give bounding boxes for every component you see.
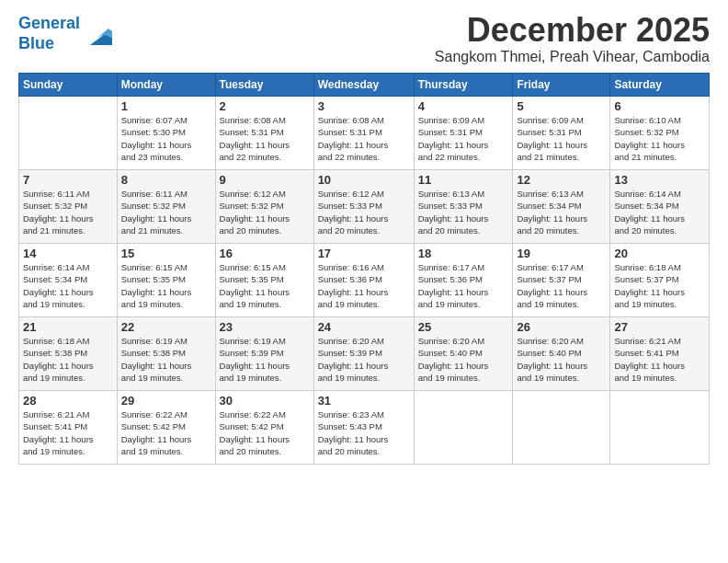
day-number: 6 — [614, 99, 705, 113]
calendar-cell: 4Sunrise: 6:09 AMSunset: 5:31 PMDaylight… — [414, 97, 513, 170]
day-number: 8 — [121, 173, 211, 187]
day-info: Sunrise: 6:19 AMSunset: 5:39 PMDaylight:… — [220, 335, 310, 384]
day-number: 9 — [220, 173, 310, 187]
header-wednesday: Wednesday — [313, 74, 414, 97]
calendar-week-row: 7Sunrise: 6:11 AMSunset: 5:32 PMDaylight… — [19, 170, 710, 244]
logo-icon — [83, 19, 112, 49]
calendar-cell — [610, 391, 710, 465]
calendar-cell: 31Sunrise: 6:23 AMSunset: 5:43 PMDayligh… — [313, 391, 414, 465]
calendar-cell: 3Sunrise: 6:08 AMSunset: 5:31 PMDaylight… — [313, 97, 414, 170]
day-info: Sunrise: 6:17 AMSunset: 5:36 PMDaylight:… — [418, 261, 509, 310]
calendar-cell: 10Sunrise: 6:12 AMSunset: 5:33 PMDayligh… — [313, 170, 414, 244]
calendar-cell: 7Sunrise: 6:11 AMSunset: 5:32 PMDaylight… — [19, 170, 118, 244]
day-number: 12 — [517, 173, 606, 187]
day-info: Sunrise: 6:22 AMSunset: 5:42 PMDaylight:… — [121, 408, 211, 457]
calendar-cell: 17Sunrise: 6:16 AMSunset: 5:36 PMDayligh… — [313, 244, 414, 317]
day-info: Sunrise: 6:09 AMSunset: 5:31 PMDaylight:… — [418, 114, 509, 163]
calendar-cell: 23Sunrise: 6:19 AMSunset: 5:39 PMDayligh… — [215, 317, 313, 391]
day-info: Sunrise: 6:08 AMSunset: 5:31 PMDaylight:… — [318, 114, 410, 163]
day-info: Sunrise: 6:10 AMSunset: 5:32 PMDaylight:… — [614, 114, 705, 163]
day-number: 1 — [121, 99, 211, 113]
calendar-cell: 9Sunrise: 6:12 AMSunset: 5:32 PMDaylight… — [215, 170, 313, 244]
calendar-week-row: 14Sunrise: 6:14 AMSunset: 5:34 PMDayligh… — [19, 244, 710, 317]
calendar-cell: 16Sunrise: 6:15 AMSunset: 5:35 PMDayligh… — [215, 244, 313, 317]
day-info: Sunrise: 6:11 AMSunset: 5:32 PMDaylight:… — [23, 188, 113, 236]
calendar-cell: 21Sunrise: 6:18 AMSunset: 5:38 PMDayligh… — [19, 317, 118, 391]
calendar-cell — [414, 391, 513, 465]
header-thursday: Thursday — [414, 74, 513, 97]
calendar-cell: 13Sunrise: 6:14 AMSunset: 5:34 PMDayligh… — [610, 170, 710, 244]
calendar-cell: 6Sunrise: 6:10 AMSunset: 5:32 PMDaylight… — [610, 97, 710, 170]
day-info: Sunrise: 6:19 AMSunset: 5:38 PMDaylight:… — [121, 335, 211, 384]
weekday-header-row: Sunday Monday Tuesday Wednesday Thursday… — [19, 74, 710, 97]
calendar-cell: 15Sunrise: 6:15 AMSunset: 5:35 PMDayligh… — [117, 244, 215, 317]
day-number: 16 — [220, 247, 310, 260]
header-friday: Friday — [513, 74, 610, 97]
calendar-cell: 18Sunrise: 6:17 AMSunset: 5:36 PMDayligh… — [414, 244, 513, 317]
day-number: 18 — [418, 247, 509, 260]
page: General Blue December 2025 Sangkom Thmei… — [0, 0, 728, 563]
calendar-cell: 5Sunrise: 6:09 AMSunset: 5:31 PMDaylight… — [513, 97, 610, 170]
day-info: Sunrise: 6:20 AMSunset: 5:40 PMDaylight:… — [418, 335, 509, 384]
calendar-cell: 25Sunrise: 6:20 AMSunset: 5:40 PMDayligh… — [414, 317, 513, 391]
title-block: December 2025 Sangkom Thmei, Preah Vihea… — [435, 14, 710, 65]
calendar-cell: 26Sunrise: 6:20 AMSunset: 5:40 PMDayligh… — [513, 317, 610, 391]
day-number: 2 — [220, 99, 310, 113]
day-number: 19 — [517, 247, 606, 260]
day-info: Sunrise: 6:17 AMSunset: 5:37 PMDaylight:… — [517, 261, 606, 310]
calendar-cell: 1Sunrise: 6:07 AMSunset: 5:30 PMDaylight… — [117, 97, 215, 170]
day-number: 29 — [121, 394, 211, 408]
location-title: Sangkom Thmei, Preah Vihear, Cambodia — [435, 49, 710, 65]
day-number: 22 — [121, 320, 211, 334]
day-info: Sunrise: 6:18 AMSunset: 5:37 PMDaylight:… — [614, 261, 705, 310]
calendar-cell: 22Sunrise: 6:19 AMSunset: 5:38 PMDayligh… — [117, 317, 215, 391]
day-info: Sunrise: 6:14 AMSunset: 5:34 PMDaylight:… — [23, 261, 113, 310]
header-tuesday: Tuesday — [215, 74, 313, 97]
header: General Blue December 2025 Sangkom Thmei… — [18, 14, 710, 65]
day-info: Sunrise: 6:14 AMSunset: 5:34 PMDaylight:… — [614, 188, 705, 236]
day-number: 27 — [614, 320, 705, 334]
calendar-cell: 29Sunrise: 6:22 AMSunset: 5:42 PMDayligh… — [117, 391, 215, 465]
day-number: 28 — [23, 394, 113, 408]
header-monday: Monday — [117, 74, 215, 97]
day-info: Sunrise: 6:13 AMSunset: 5:34 PMDaylight:… — [517, 188, 606, 236]
day-number: 31 — [318, 394, 410, 408]
day-info: Sunrise: 6:21 AMSunset: 5:41 PMDaylight:… — [23, 408, 113, 457]
calendar-cell: 12Sunrise: 6:13 AMSunset: 5:34 PMDayligh… — [513, 170, 610, 244]
day-number: 17 — [318, 247, 410, 260]
day-info: Sunrise: 6:12 AMSunset: 5:33 PMDaylight:… — [318, 188, 410, 236]
day-number: 3 — [318, 99, 410, 113]
day-info: Sunrise: 6:12 AMSunset: 5:32 PMDaylight:… — [220, 188, 310, 236]
day-number: 25 — [418, 320, 509, 334]
header-saturday: Saturday — [610, 74, 710, 97]
day-info: Sunrise: 6:09 AMSunset: 5:31 PMDaylight:… — [517, 114, 606, 163]
day-number: 13 — [614, 173, 705, 187]
calendar-table: Sunday Monday Tuesday Wednesday Thursday… — [18, 73, 710, 465]
calendar-cell — [513, 391, 610, 465]
day-info: Sunrise: 6:20 AMSunset: 5:39 PMDaylight:… — [318, 335, 410, 384]
day-number: 5 — [517, 99, 606, 113]
day-number: 30 — [220, 394, 310, 408]
day-info: Sunrise: 6:23 AMSunset: 5:43 PMDaylight:… — [318, 408, 410, 457]
day-info: Sunrise: 6:22 AMSunset: 5:42 PMDaylight:… — [220, 408, 310, 457]
day-info: Sunrise: 6:11 AMSunset: 5:32 PMDaylight:… — [121, 188, 211, 236]
day-number: 7 — [23, 173, 113, 187]
day-number: 11 — [418, 173, 509, 187]
day-number: 26 — [517, 320, 606, 334]
day-info: Sunrise: 6:15 AMSunset: 5:35 PMDaylight:… — [220, 261, 310, 310]
day-number: 10 — [318, 173, 410, 187]
day-number: 14 — [23, 247, 113, 260]
day-info: Sunrise: 6:21 AMSunset: 5:41 PMDaylight:… — [614, 335, 705, 384]
calendar-cell: 19Sunrise: 6:17 AMSunset: 5:37 PMDayligh… — [513, 244, 610, 317]
logo: General Blue — [18, 14, 112, 53]
calendar-cell: 2Sunrise: 6:08 AMSunset: 5:31 PMDaylight… — [215, 97, 313, 170]
day-info: Sunrise: 6:08 AMSunset: 5:31 PMDaylight:… — [220, 114, 310, 163]
day-info: Sunrise: 6:13 AMSunset: 5:33 PMDaylight:… — [418, 188, 509, 236]
calendar-cell: 20Sunrise: 6:18 AMSunset: 5:37 PMDayligh… — [610, 244, 710, 317]
calendar-cell: 27Sunrise: 6:21 AMSunset: 5:41 PMDayligh… — [610, 317, 710, 391]
day-info: Sunrise: 6:07 AMSunset: 5:30 PMDaylight:… — [121, 114, 211, 163]
day-number: 21 — [23, 320, 113, 334]
calendar-week-row: 28Sunrise: 6:21 AMSunset: 5:41 PMDayligh… — [19, 391, 710, 465]
day-info: Sunrise: 6:15 AMSunset: 5:35 PMDaylight:… — [121, 261, 211, 310]
day-info: Sunrise: 6:18 AMSunset: 5:38 PMDaylight:… — [23, 335, 113, 384]
